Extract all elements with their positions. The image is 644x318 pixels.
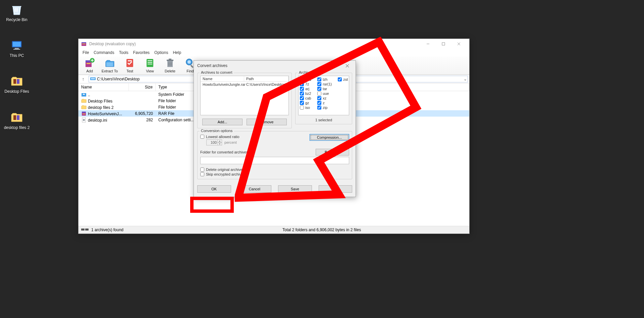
file-icon (81, 92, 87, 97)
archive-type-rar(1)[interactable]: rar(1) (317, 82, 332, 86)
recycle-bin-icon (10, 3, 23, 16)
dialog-close-button[interactable] (342, 61, 352, 71)
desktop-icon-folder-2[interactable]: desktop files 2 (3, 111, 30, 130)
svg-rect-25 (148, 62, 152, 63)
archive-row[interactable]: HowtoSuriviveinJungle.rarC:\Users\Vince\… (201, 82, 288, 87)
toolbar-extract[interactable]: Extract To (101, 58, 119, 73)
toolbar-label: Find (186, 69, 194, 73)
delete-original-checkbox[interactable]: Delete original archives (200, 168, 349, 172)
toolbar-test[interactable]: Test (121, 58, 139, 73)
toolbar-label: Test (126, 69, 133, 73)
archives-listbox[interactable]: Name Path HowtoSuriviveinJungle.rarC:\Us… (200, 76, 289, 115)
listcol-name[interactable]: Name (201, 76, 244, 81)
svg-rect-10 (82, 42, 86, 43)
archive-type-cab[interactable]: cab (300, 96, 311, 101)
svg-rect-22 (128, 60, 132, 61)
convert-archives-dialog: Convert archives Archives to convert Nam… (194, 60, 356, 197)
monitor-icon (10, 39, 23, 52)
file-icon (81, 98, 87, 104)
menu-tools[interactable]: Tools (117, 50, 130, 56)
desktop-icon-label: desktop files 2 (3, 125, 30, 130)
menu-file[interactable]: File (80, 50, 91, 56)
maximize-button[interactable] (436, 39, 451, 49)
browse-button[interactable]: Browse... (316, 149, 349, 155)
svg-rect-8 (17, 115, 19, 120)
toolbar-label: View (146, 69, 154, 73)
skip-label: Skip encrypted archives (206, 172, 245, 176)
folder-input[interactable] (200, 157, 349, 164)
menu-commands[interactable]: Commands (92, 50, 116, 56)
spin-down[interactable]: ▼ (217, 142, 222, 145)
menubar: File Commands Tools Favorites Options He… (78, 49, 469, 56)
lowest-ratio-checkbox[interactable]: Lowest allowed ratio (200, 135, 306, 139)
toolbar-label: Extract To (102, 69, 118, 73)
archives-group-label: Archives to convert (200, 70, 234, 74)
archive-type-iso[interactable]: iso (300, 105, 311, 110)
ratio-spinner[interactable]: ▲▼ (206, 139, 222, 145)
dialog-footer: OK Cancel Save Help (194, 183, 356, 197)
svg-rect-6 (17, 79, 19, 84)
desktop-icon-folder-1[interactable]: Desktop FIles (3, 74, 30, 94)
desktop-icon-this-pc[interactable]: This PC (3, 39, 30, 58)
dialog-title: Convert archives (197, 63, 342, 68)
col-name[interactable]: Name (78, 83, 129, 91)
listcol-path[interactable]: Path (244, 76, 288, 81)
archive-type-zst[interactable]: zst (338, 77, 348, 82)
menu-favorites[interactable]: Favorites (131, 50, 152, 56)
desktop-icon-recycle-bin[interactable]: Recycle Bin (3, 3, 30, 22)
desktop-icon-label: Recycle Bin (3, 17, 30, 22)
cancel-button[interactable]: Cancel (238, 185, 272, 193)
svg-rect-2 (13, 42, 21, 47)
help-button[interactable]: Help (319, 185, 353, 193)
remove-button[interactable]: Remove (247, 119, 287, 125)
archive-type-lzh[interactable]: lzh (317, 77, 332, 82)
svg-rect-42 (85, 229, 89, 231)
archive-type-xz[interactable]: xz (317, 96, 332, 101)
minimize-button[interactable] (420, 39, 436, 49)
titlebar[interactable]: Desktop (evaluation copy) (78, 39, 469, 49)
extract-icon (104, 58, 115, 68)
col-size[interactable]: Size (129, 83, 156, 91)
delete-label: Delete original archives (206, 168, 244, 172)
skip-encrypted-checkbox[interactable]: Skip encrypted archives (200, 172, 349, 176)
svg-rect-3 (15, 48, 19, 49)
toolbar-add[interactable]: Add (80, 58, 99, 73)
save-button[interactable]: Save (278, 185, 312, 193)
toolbar-delete[interactable]: Delete (161, 58, 179, 73)
archive-type-7z[interactable]: 7z (300, 82, 311, 86)
archive-types-list[interactable]: 0017zarjbz2cabgzisolzhrar(1)taruuexzzzip… (298, 76, 349, 115)
up-button[interactable]: ↑ (80, 76, 87, 82)
svg-point-0 (14, 8, 18, 12)
types-group-label: Archive types (298, 70, 322, 74)
archive-type-gz[interactable]: gz (300, 101, 311, 105)
menu-options[interactable]: Options (152, 50, 170, 56)
svg-rect-34 (91, 78, 95, 79)
file-icon (81, 111, 87, 116)
svg-rect-11 (82, 44, 86, 44)
folder-label: Folder for converted archives (200, 150, 313, 154)
archive-type-zip[interactable]: zip (317, 105, 332, 110)
archive-type-001[interactable]: 001 (300, 77, 311, 82)
close-button[interactable] (451, 39, 467, 49)
status-disk-icon (81, 228, 89, 233)
archive-type-z[interactable]: z (317, 101, 332, 105)
dialog-titlebar[interactable]: Convert archives (194, 61, 356, 71)
svg-rect-32 (190, 65, 194, 68)
folder-icon (10, 74, 23, 88)
desktop-icon-label: This PC (3, 53, 30, 58)
svg-rect-24 (148, 60, 152, 61)
add-button[interactable]: Add... (202, 119, 243, 125)
conversion-group-label: Conversion options (200, 129, 234, 133)
toolbar-view[interactable]: View (141, 58, 159, 73)
archive-type-uue[interactable]: uue (317, 91, 332, 96)
menu-help[interactable]: Help (171, 50, 183, 56)
spin-up[interactable]: ▲ (217, 139, 222, 142)
status-left: 1 archive(s) found (91, 228, 123, 232)
archive-type-tar[interactable]: tar (317, 86, 332, 91)
status-right: Total 2 folders and 6,906,002 bytes in 2… (282, 228, 467, 232)
archive-type-bz2[interactable]: bz2 (300, 91, 311, 96)
ok-button[interactable]: OK (197, 185, 231, 193)
compression-button[interactable]: Compression... (310, 134, 349, 141)
chevron-down-icon[interactable]: ⌄ (464, 77, 467, 81)
archive-type-arj[interactable]: arj (300, 86, 311, 91)
